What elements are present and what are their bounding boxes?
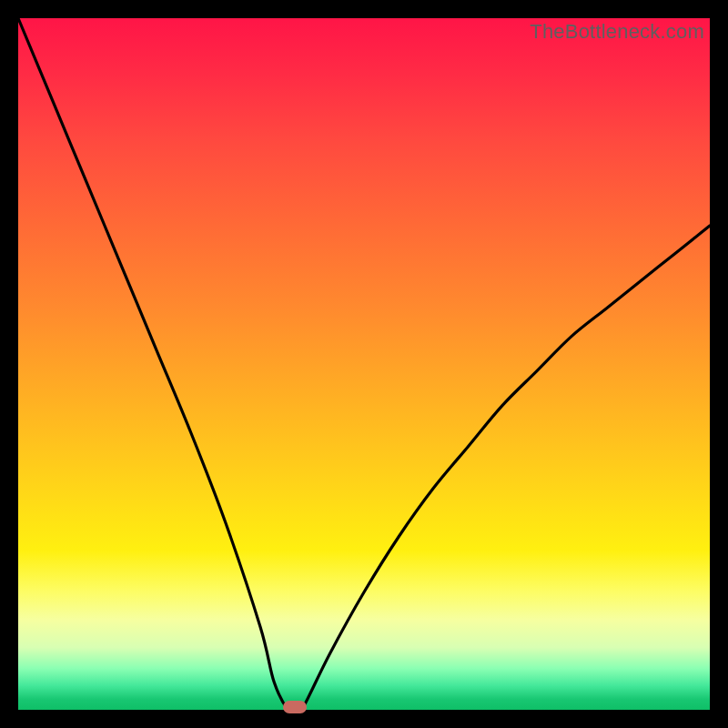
chart-frame: TheBottleneck.com <box>18 18 710 710</box>
optimal-point-marker <box>283 701 307 713</box>
bottleneck-curve <box>18 18 710 710</box>
watermark-text: TheBottleneck.com <box>530 20 704 44</box>
